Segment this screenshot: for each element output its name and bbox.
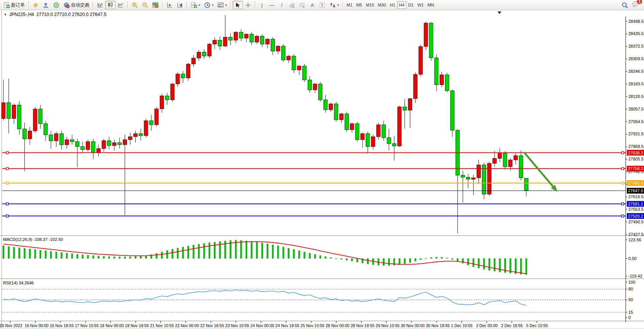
- candle-up: [313, 84, 317, 90]
- candle-up: [12, 105, 16, 118]
- line-handle[interactable]: [622, 152, 624, 154]
- macd-histogram-bar: [367, 258, 369, 264]
- separator: [28, 1, 29, 9]
- timeframe-w1[interactable]: W1: [416, 1, 426, 9]
- macd-histogram-bar: [346, 258, 347, 260]
- vertical-line-button[interactable]: |: [257, 1, 267, 9]
- macd-tick-label: -119.42: [628, 274, 642, 278]
- chart-shift-icon: [177, 2, 183, 8]
- macd-histogram-bar: [494, 258, 495, 271]
- timeframe-d1[interactable]: D1: [406, 1, 416, 9]
- candle-down: [302, 66, 306, 80]
- text-button[interactable]: A: [307, 1, 317, 9]
- trendline-button[interactable]: /: [277, 1, 287, 9]
- timeframe-m5[interactable]: M5: [354, 1, 364, 9]
- timeframe-m30[interactable]: M30: [376, 1, 388, 9]
- line-chart-button[interactable]: [116, 1, 126, 9]
- quotes-button[interactable]: [31, 1, 41, 9]
- candle-up: [213, 40, 217, 44]
- horizontal-line-button[interactable]: —: [267, 1, 277, 9]
- periods-button[interactable]: ▾: [202, 1, 215, 9]
- chart-canvas[interactable]: 28498.528435.528372.528309.528246.528183…: [0, 10, 644, 329]
- line-handle[interactable]: [6, 203, 8, 205]
- macd-histogram-bar: [29, 249, 31, 258]
- price-tick-label: 28183.5: [628, 82, 644, 86]
- price-tick-label: 27616.5: [628, 194, 644, 199]
- separator: [162, 1, 163, 9]
- channel-button[interactable]: E: [287, 1, 297, 9]
- candle-up: [86, 142, 90, 150]
- timeframe-mn[interactable]: MN: [426, 1, 436, 9]
- timeframe-h1[interactable]: H1: [388, 1, 397, 9]
- macd-histogram-bar: [24, 248, 25, 258]
- text-a-icon: A: [309, 2, 315, 8]
- line-handle[interactable]: [6, 167, 8, 170]
- new-order-label: 新订单: [11, 2, 25, 8]
- profile-icon: [43, 2, 49, 8]
- indicators-button[interactable]: ▾: [189, 1, 202, 9]
- macd-histogram-bar: [61, 252, 62, 258]
- candle-up: [55, 134, 58, 141]
- candle-down: [445, 75, 449, 91]
- indicators-icon: [191, 2, 197, 8]
- rsi-line: [3, 290, 526, 305]
- separator: [255, 1, 255, 9]
- search-icon[interactable]: [622, 2, 628, 8]
- arrows-button[interactable]: ▾: [328, 1, 341, 9]
- timeframe-m15[interactable]: M15: [364, 1, 376, 9]
- line-handle[interactable]: [622, 167, 624, 170]
- profile-button[interactable]: [41, 1, 51, 9]
- chart-shift-button[interactable]: [175, 1, 185, 9]
- macd-histogram-bar: [457, 258, 458, 261]
- line-handle[interactable]: [6, 215, 8, 217]
- candlestick-chart-button[interactable]: [105, 1, 116, 9]
- chart-window[interactable]: ▼ JPN225-,H4 27710.0 27710.0 27620.0 276…: [0, 10, 644, 329]
- candle-up: [33, 109, 37, 131]
- candle-down: [260, 36, 264, 44]
- crosshair-button[interactable]: [243, 1, 253, 9]
- candle-up: [160, 96, 164, 109]
- time-tick-label: 30 Nov 18:55: [426, 323, 450, 328]
- auto-scroll-button[interactable]: [164, 1, 175, 9]
- time-tick-label: 24 Nov 18:55: [275, 323, 299, 328]
- chat-button[interactable]: 1: [632, 1, 639, 9]
- macd-histogram-bar: [214, 242, 215, 258]
- collapse-triangle-icon[interactable]: ▼: [4, 13, 7, 16]
- cursor-button[interactable]: [233, 1, 243, 9]
- line-handle[interactable]: [622, 182, 624, 184]
- line-handle[interactable]: [6, 182, 8, 184]
- zoom-out-button[interactable]: [140, 1, 150, 9]
- time-tick-label: 15 Nov 2022: [0, 323, 22, 328]
- line-handle[interactable]: [622, 215, 624, 217]
- candle-up: [133, 134, 137, 137]
- templates-button[interactable]: ▾: [215, 1, 229, 9]
- macd-histogram-bar: [293, 249, 295, 258]
- candle-up: [287, 56, 291, 60]
- tile-windows-button[interactable]: [150, 1, 161, 9]
- line-handle[interactable]: [6, 152, 8, 154]
- fibonacci-button[interactable]: F: [297, 1, 307, 9]
- candle-up: [297, 66, 301, 70]
- line-handle[interactable]: [622, 203, 624, 205]
- dropdown-arrow: ▾: [225, 3, 227, 7]
- macd-histogram-bar: [182, 247, 184, 258]
- candle-down: [366, 134, 370, 147]
- auto-trading-button[interactable]: 自动交易: [61, 1, 91, 9]
- mt4-window: 新订单 自动交易: [0, 0, 644, 329]
- time-tick-label: 18 Nov 00:00: [100, 323, 124, 328]
- candle-down: [44, 124, 48, 135]
- dropdown-arrow: ▾: [199, 3, 200, 7]
- channel-icon: E: [289, 2, 295, 8]
- timeframe-h4[interactable]: H4: [397, 1, 406, 9]
- macd-histogram-bar: [409, 258, 411, 263]
- cursor-icon: [234, 2, 241, 8]
- zoom-in-button[interactable]: [130, 1, 140, 9]
- timeframe-m1[interactable]: M1: [345, 1, 354, 9]
- bar-chart-button[interactable]: [95, 1, 105, 9]
- quotes-icon: [32, 2, 39, 8]
- new-order-button[interactable]: 新订单: [2, 1, 27, 9]
- signals-button[interactable]: [51, 1, 61, 9]
- chart-shift-marker[interactable]: [498, 11, 501, 14]
- text-label-button[interactable]: T: [317, 1, 328, 9]
- time-tick-label: 5 Dec 10:55: [526, 323, 548, 328]
